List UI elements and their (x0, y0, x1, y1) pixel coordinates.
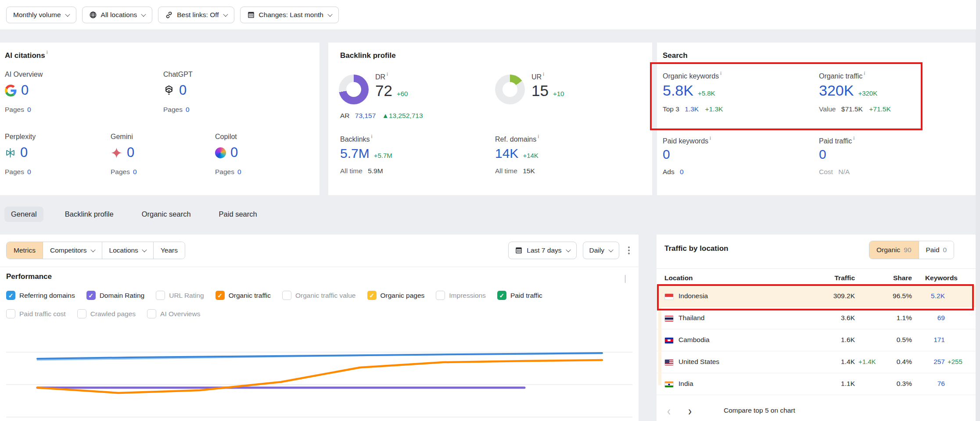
pages-value-link[interactable]: 0 (133, 168, 137, 175)
toolbar-filter-all-locations[interactable]: All locations (82, 7, 153, 23)
ads-value-link[interactable]: 0 (680, 168, 684, 175)
column-keywords[interactable]: Keywords (925, 274, 958, 282)
segment-locations[interactable]: Locations (102, 242, 153, 259)
metric-checkbox-label: AI Overviews (160, 310, 200, 318)
keywords-link[interactable]: 257 (933, 358, 945, 366)
tab-backlink-profile[interactable]: Backlink profile (58, 207, 120, 222)
keywords-link[interactable]: 5.2K (931, 292, 945, 300)
keywords-link[interactable]: 76 (937, 380, 945, 388)
ai-item-value-link[interactable]: 0 (21, 82, 29, 98)
collapse-section-icon[interactable] (624, 275, 625, 283)
pages-label: Pages (215, 168, 234, 175)
granularity-dropdown[interactable]: Daily (583, 242, 619, 259)
share-value: 1.1% (897, 314, 912, 322)
metric-checkbox-paid-traffic[interactable]: ✓Paid traffic (497, 291, 542, 300)
keywords-link[interactable]: 171 (933, 336, 945, 344)
info-icon[interactable]: i (543, 71, 544, 77)
info-icon[interactable]: i (387, 71, 388, 77)
next-page-icon[interactable]: › (688, 401, 692, 421)
segment-metrics[interactable]: Metrics (7, 242, 43, 259)
ai-citations-card: AI citationsi AI Overview0Pages0ChatGPT0… (0, 43, 319, 195)
metric-checkbox-referring-domains[interactable]: ✓Referring domains (6, 291, 75, 300)
metric-checkbox-organic-traffic-value[interactable]: Organic traffic value (282, 291, 356, 300)
info-icon[interactable]: i (710, 136, 711, 141)
metric-checkbox-crawled-pages[interactable]: Crawled pages (77, 309, 136, 318)
paid-keywords-value-link[interactable]: 0 (663, 147, 670, 161)
metric-checkbox-organic-traffic[interactable]: ✓Organic traffic (215, 291, 271, 300)
metric-checkbox-label: Paid traffic cost (19, 310, 66, 318)
top3-value-link[interactable]: 1.3K (685, 105, 699, 113)
info-icon[interactable]: i (538, 134, 539, 139)
toolbar-filter-best-links-off[interactable]: Best links: Off (158, 7, 234, 23)
compare-top5-label[interactable]: Compare top 5 on chart (724, 407, 795, 414)
info-icon[interactable]: i (864, 71, 865, 76)
ur-delta: +10 (553, 90, 564, 97)
chevron-down-icon (90, 247, 95, 252)
metric-checkbox-url-rating[interactable]: URL Rating (156, 291, 204, 300)
metric-checkbox-organic-pages[interactable]: ✓Organic pages (367, 291, 425, 300)
toggle-paid[interactable]: Paid0 (919, 241, 954, 259)
organic-traffic-value-link[interactable]: 320K (819, 82, 854, 99)
vertical-scrollbar[interactable] (976, 0, 980, 421)
info-icon[interactable]: i (371, 134, 373, 139)
performance-panel: MetricsCompetitorsLocationsYears Last 7 … (0, 235, 639, 421)
segment-competitors[interactable]: Competitors (43, 242, 102, 259)
tab-paid-search[interactable]: Paid search (212, 207, 264, 222)
google-icon (5, 85, 17, 96)
toolbar-filter-monthly-volume[interactable]: Monthly volume (6, 7, 76, 23)
tab-organic-search[interactable]: Organic search (135, 207, 197, 222)
column-location[interactable]: Location (664, 274, 693, 282)
chevron-down-icon (223, 11, 228, 16)
chatgpt-icon (163, 85, 175, 96)
checkbox-unchecked-icon (77, 309, 86, 318)
keywords-delta: +255 (948, 358, 962, 365)
share-value: 96.5% (893, 292, 912, 300)
info-icon[interactable]: i (853, 136, 854, 141)
column-share[interactable]: Share (893, 274, 912, 282)
more-options-kebab[interactable] (625, 244, 632, 257)
keywords-link[interactable]: 69 (937, 314, 945, 322)
segment-years[interactable]: Years (153, 242, 185, 259)
ai-item-value-link[interactable]: 0 (127, 145, 134, 161)
checkbox-unchecked-icon (6, 309, 15, 318)
pages-value-link[interactable]: 0 (186, 106, 190, 113)
info-icon[interactable]: i (720, 71, 722, 76)
metric-checkbox-domain-rating[interactable]: ✓Domain Rating (86, 291, 145, 300)
metric-checkbox-ai-overviews[interactable]: AI Overviews (147, 309, 200, 318)
search-title: Search (663, 51, 688, 60)
table-row-india[interactable]: India1.1K0.3%76 (657, 373, 976, 395)
location-table-header: Location Traffic Share Keywords (657, 271, 976, 285)
toggle-organic[interactable]: Organic90 (869, 241, 919, 259)
report-tabs: GeneralBacklink profileOrganic searchPai… (4, 205, 264, 223)
search-card: Search Organic keywordsi 5.8K +5.8K Top … (657, 43, 976, 195)
table-row-thailand[interactable]: Thailand3.6K1.1%69 (657, 307, 976, 329)
tab-general[interactable]: General (4, 207, 43, 222)
prev-page-icon[interactable]: ‹ (667, 401, 671, 421)
date-range-dropdown[interactable]: Last 7 days (508, 242, 576, 259)
ai-item-value-link[interactable]: 0 (20, 145, 28, 161)
ar-value-link[interactable]: 73,157 (355, 112, 376, 119)
ref-domains-value-link[interactable]: 14K (495, 146, 518, 161)
pages-value-link[interactable]: 0 (27, 106, 31, 113)
backlinks-value-link[interactable]: 5.7M (340, 146, 370, 161)
ai-item-value-link[interactable]: 0 (230, 145, 238, 161)
traffic-value: 3.6K (841, 314, 855, 322)
chevron-down-icon (327, 11, 332, 16)
ai-item-pages: Pages0 (215, 168, 316, 176)
metric-checkbox-paid-traffic-cost[interactable]: Paid traffic cost (6, 309, 66, 318)
organic-keywords-label: Organic keywordsi (663, 72, 723, 80)
toolbar-filter-changes-last-month[interactable]: Changes: Last month (240, 7, 339, 23)
organic-keywords-value-link[interactable]: 5.8K (663, 82, 693, 99)
globe-icon (89, 11, 97, 19)
info-icon[interactable]: i (47, 50, 48, 55)
column-traffic[interactable]: Traffic (834, 274, 855, 282)
table-row-indonesia[interactable]: Indonesia309.2K96.5%5.2K (657, 285, 976, 307)
ai-item-pages: Pages0 (5, 106, 106, 114)
metric-checkbox-impressions[interactable]: Impressions (436, 291, 486, 300)
pages-value-link[interactable]: 0 (27, 168, 31, 175)
pages-value-link[interactable]: 0 (237, 168, 241, 175)
table-row-united-states[interactable]: United States1.4K0.4%257+1.4K+255 (657, 351, 976, 373)
table-row-cambodia[interactable]: Cambodia1.6K0.5%171 (657, 329, 976, 351)
ai-item-value-link[interactable]: 0 (179, 82, 187, 98)
paid-traffic-value-link[interactable]: 0 (819, 147, 826, 161)
